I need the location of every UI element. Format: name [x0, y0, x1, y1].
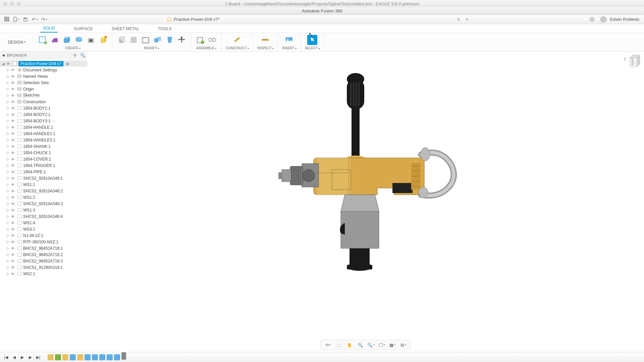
- tree-folder-row[interactable]: ▷ 👁 Construction: [0, 99, 87, 105]
- grid-settings-icon[interactable]: ▦▾: [389, 342, 396, 348]
- insert-decal-icon[interactable]: [284, 35, 294, 45]
- tree-component-row[interactable]: ▷ 👁 WS1:1: [0, 181, 87, 188]
- visibility-icon[interactable]: 👁: [11, 202, 16, 206]
- shell-icon[interactable]: [141, 35, 151, 45]
- visibility-icon[interactable]: 👁: [11, 81, 16, 85]
- expand-icon[interactable]: ▷: [6, 68, 10, 72]
- visibility-icon[interactable]: 👁: [11, 259, 16, 263]
- visibility-icon[interactable]: 👁: [11, 240, 16, 244]
- tab-tools[interactable]: TOOLS: [155, 25, 174, 33]
- combine-icon[interactable]: [153, 35, 163, 45]
- visibility-icon[interactable]: 👁: [11, 106, 16, 110]
- visibility-icon[interactable]: 👁: [6, 62, 11, 66]
- visibility-icon[interactable]: 👁: [11, 132, 16, 136]
- tree-component-row[interactable]: ▷ 👁 1854-HANDLE:1: [0, 124, 87, 130]
- expand-icon[interactable]: ▷: [6, 183, 10, 186]
- tab-surface[interactable]: SURFACE: [71, 25, 96, 33]
- tree-component-row[interactable]: ▷ 👁 1854-HANDLE3:1: [0, 137, 87, 143]
- expand-icon[interactable]: ▷: [6, 265, 10, 269]
- tree-component-row[interactable]: ▷ 👁 WS1:4: [0, 220, 87, 226]
- undo-icon[interactable]: ↶▾: [30, 15, 40, 23]
- expand-icon[interactable]: ▷: [6, 176, 10, 180]
- add-tab-icon[interactable]: ＋: [465, 16, 470, 23]
- extensions-icon[interactable]: [587, 15, 597, 23]
- expand-icon[interactable]: ▷: [6, 87, 10, 91]
- tree-component-row[interactable]: ▷ 👁 BHCS2_96452A716:3: [0, 258, 87, 264]
- box-icon[interactable]: [98, 35, 108, 45]
- tab-solid[interactable]: SOLID: [40, 24, 58, 33]
- tree-component-row[interactable]: ▷ 👁 1854-PIPE:1: [0, 169, 87, 175]
- expand-icon[interactable]: ▷: [6, 246, 10, 250]
- tree-component-row[interactable]: ▷ 👁 RTF-380100-NSZ:1: [0, 239, 87, 245]
- timeline-scrubber[interactable]: [121, 352, 126, 360]
- visibility-icon[interactable]: 👁: [11, 68, 16, 72]
- timeline-end-icon[interactable]: ▶|: [35, 354, 42, 361]
- expand-icon[interactable]: ▷: [6, 164, 10, 167]
- expand-icon[interactable]: ▷: [6, 113, 10, 116]
- expand-icon[interactable]: ▷: [6, 157, 10, 161]
- expand-icon[interactable]: ▷: [6, 81, 10, 84]
- redo-icon[interactable]: ↷▾: [40, 15, 49, 23]
- move-icon[interactable]: [177, 35, 187, 45]
- expand-icon[interactable]: ▷: [6, 74, 10, 78]
- username-label[interactable]: Edwin Robledo: [610, 17, 639, 22]
- tree-component-row[interactable]: ▷ 👁 SHCS2_92610A346:4: [0, 213, 87, 220]
- expand-icon[interactable]: ▷: [6, 240, 10, 244]
- timeline-feature[interactable]: [70, 354, 76, 360]
- viewcube[interactable]: Z RIGHT: [623, 54, 640, 70]
- visibility-icon[interactable]: 👁: [11, 227, 16, 231]
- tree-component-row[interactable]: ▷ 👁 BHCS2_96452A716:2: [0, 251, 87, 258]
- timeline-feature[interactable]: [62, 354, 68, 360]
- visibility-icon[interactable]: 👁: [11, 151, 16, 155]
- visibility-icon[interactable]: 👁: [11, 113, 16, 117]
- expand-icon[interactable]: ▷: [6, 100, 10, 104]
- visibility-icon[interactable]: 👁: [11, 94, 16, 98]
- visibility-icon[interactable]: 👁: [11, 144, 16, 148]
- visibility-icon[interactable]: 👁: [11, 74, 16, 78]
- tree-folder-row[interactable]: ▷ 👁 Selection Sets: [0, 79, 87, 86]
- expand-icon[interactable]: ▷: [6, 170, 10, 174]
- fillet-icon[interactable]: [128, 35, 139, 45]
- visibility-icon[interactable]: 👁: [11, 119, 16, 123]
- expand-icon[interactable]: ▷: [6, 215, 10, 218]
- timeline-feature[interactable]: [107, 354, 113, 360]
- tree-folder-row[interactable]: ▷ 👁 Sketches: [0, 92, 87, 99]
- visibility-icon[interactable]: 👁: [11, 208, 16, 212]
- expand-icon[interactable]: ▷: [6, 138, 10, 142]
- tree-component-row[interactable]: ▷ 👁 NJ-38-2Z:1: [0, 232, 87, 239]
- timeline-feature[interactable]: [77, 354, 83, 360]
- expand-icon[interactable]: ▷: [6, 119, 10, 123]
- timeline-feature[interactable]: [92, 354, 98, 360]
- tree-component-row[interactable]: ▷ 👁 WS1:2: [0, 194, 87, 200]
- tree-component-row[interactable]: ▷ 👁 BHCS2_96452A716:1: [0, 245, 87, 251]
- expand-icon[interactable]: ◢: [1, 62, 5, 65]
- browser-settings-icon[interactable]: ⚙: [73, 53, 77, 58]
- timeline-play-icon[interactable]: ▶: [19, 354, 25, 361]
- drill-model[interactable]: [258, 66, 473, 300]
- expand-icon[interactable]: ▷: [6, 259, 10, 263]
- new-component-icon[interactable]: [195, 35, 205, 45]
- tree-component-row[interactable]: ▷ 👁 SHCS2_92610A346:3: [0, 200, 87, 207]
- activate-radio-icon[interactable]: ○: [53, 119, 55, 123]
- tree-component-row[interactable]: ▷ 👁 1854-COVER:1: [0, 156, 87, 162]
- user-avatar-icon[interactable]: [600, 16, 607, 23]
- display-settings-icon[interactable]: 🖵▾: [378, 342, 385, 348]
- visibility-icon[interactable]: 👁: [11, 265, 16, 269]
- tree-folder-row[interactable]: ▷ 👁 Origin: [0, 86, 87, 92]
- tree-component-row[interactable]: ▷ 👁 1854-BODY3:1○: [0, 118, 87, 124]
- file-menu-icon[interactable]: ▾: [11, 15, 21, 23]
- timeline-fwd-icon[interactable]: ▶: [27, 354, 34, 361]
- expand-icon[interactable]: ▷: [6, 208, 10, 212]
- tree-folder-row[interactable]: ▷ 👁 Named Views: [0, 73, 87, 79]
- expand-icon[interactable]: ▷: [6, 151, 10, 155]
- browser-search-icon[interactable]: 🔍: [80, 53, 85, 58]
- plane-icon[interactable]: [232, 35, 242, 45]
- visibility-icon[interactable]: 👁: [11, 125, 16, 129]
- tree-component-row[interactable]: ▷ 👁 1854-TRIGGER:1: [0, 162, 87, 169]
- expand-icon[interactable]: ▷: [6, 144, 10, 148]
- tree-component-row[interactable]: ▷ 👁 1854-SHANK:1: [0, 143, 87, 149]
- presspull-icon[interactable]: [116, 35, 126, 45]
- zoom-window-icon[interactable]: [17, 2, 21, 6]
- timeline-feature[interactable]: [114, 354, 120, 360]
- revolve-icon[interactable]: [74, 35, 84, 45]
